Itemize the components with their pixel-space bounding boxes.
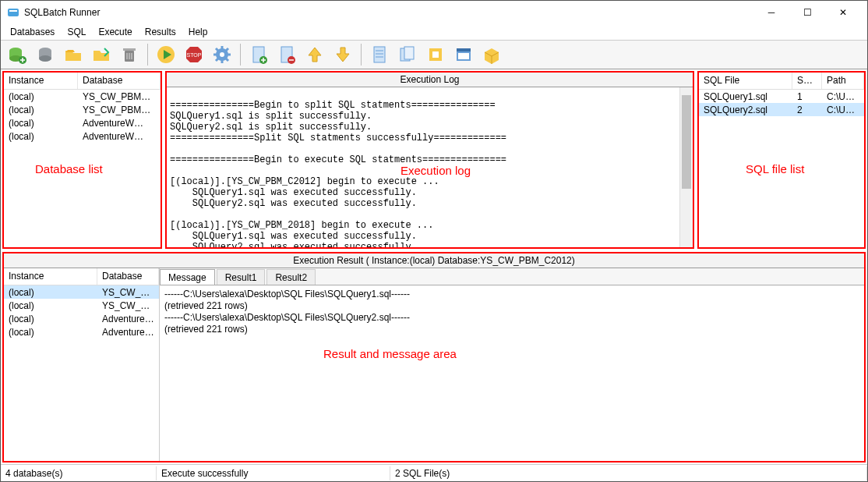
db-col-instance[interactable]: Instance <box>4 73 78 89</box>
db-rows: (local)YS_CW_PBM… (local)YS_CW_PBM… (loc… <box>4 90 161 247</box>
svg-rect-0 <box>8 9 19 16</box>
svg-point-15 <box>220 52 224 57</box>
menu-sql[interactable]: SQL <box>61 25 92 39</box>
svg-point-8 <box>39 55 51 62</box>
svg-rect-20 <box>374 47 385 62</box>
file-col-file[interactable]: SQL File <box>699 73 792 89</box>
app-icon <box>7 6 19 19</box>
db-header: Instance Database <box>4 73 161 90</box>
file-header: SQL File Se… Path <box>699 73 864 90</box>
file-rows: SQLQuery1.sql1C:\U… SQLQuery2.sql2C:\U… <box>699 90 864 247</box>
status-db-count: 4 database(s) <box>1 466 157 480</box>
message-line: ------C:\Users\alexa\Desktop\SQL Files\S… <box>164 312 859 324</box>
result-panel: Execution Result ( Instance:(local) Data… <box>2 252 866 463</box>
db-col-database[interactable]: Database <box>78 73 161 89</box>
svg-rect-1 <box>9 10 17 12</box>
tab-message[interactable]: Message <box>160 269 215 285</box>
message-line: ------C:\Users\alexa\Desktop\SQL Files\S… <box>164 289 859 300</box>
log-body[interactable]: ===============Begin to split SQL statme… <box>167 87 693 247</box>
play-button[interactable] <box>153 41 179 68</box>
result-col-database[interactable]: Database <box>97 268 159 285</box>
svg-rect-25 <box>457 48 471 51</box>
result-tabs: Message Result1 Result2 <box>160 268 864 285</box>
svg-text:STOP: STOP <box>187 52 202 58</box>
window-button[interactable] <box>450 41 477 68</box>
title-bar: SQLBatch Runner ─ ☐ ✕ <box>1 1 867 24</box>
db-add-button[interactable] <box>4 41 30 68</box>
execution-log-panel: Execution Log ===============Begin to sp… <box>165 71 694 249</box>
database-list-panel: Instance Database (local)YS_CW_PBM… (loc… <box>2 71 162 249</box>
menu-execute[interactable]: Execute <box>92 25 138 39</box>
result-db-header: Instance Database <box>4 268 159 285</box>
db-row[interactable]: (local)AdventureW… <box>4 129 161 143</box>
toolbar: STOP <box>1 40 867 69</box>
file-col-path[interactable]: Path <box>822 73 864 89</box>
message-line: (retrieved 221 rows) <box>164 300 859 312</box>
db-button[interactable] <box>32 41 58 68</box>
scrollbar-thumb[interactable] <box>682 95 691 189</box>
result-title: Execution Result ( Instance:(local) Data… <box>4 253 864 268</box>
message-line: (retrieved 221 rows) <box>164 324 859 335</box>
folder-export-button[interactable] <box>88 41 115 68</box>
result-db-row[interactable]: (local)AdventureW… <box>4 325 159 338</box>
sql-file-list-panel: SQL File Se… Path SQLQuery1.sql1C:\U… SQ… <box>697 71 866 249</box>
result-db-row[interactable]: (local)YS_CW_PBM… <box>4 299 159 312</box>
file-row[interactable]: SQLQuery2.sql2C:\U… <box>699 103 864 116</box>
menu-bar: Databases SQL Execute Results Help <box>1 24 867 40</box>
result-main: Message Result1 Result2 ------C:\Users\a… <box>160 268 864 461</box>
pages-button[interactable] <box>394 41 421 68</box>
result-db-row[interactable]: (local)YS_CW_PBM… <box>4 285 159 299</box>
window-controls: ─ ☐ ✕ <box>753 1 861 24</box>
db-row[interactable]: (local)YS_CW_PBM… <box>4 90 161 103</box>
toolbar-separator <box>147 44 148 66</box>
annotation-result-area: Result and message area <box>323 348 457 360</box>
menu-databases[interactable]: Databases <box>4 25 61 39</box>
result-db-rows: (local)YS_CW_PBM… (local)YS_CW_PBM… (loc… <box>4 285 159 461</box>
result-db-list: Instance Database (local)YS_CW_PBM… (loc… <box>4 268 160 461</box>
file-row[interactable]: SQLQuery1.sql1C:\U… <box>699 90 864 103</box>
page-button[interactable] <box>366 41 393 68</box>
doc-remove-button[interactable] <box>273 41 300 68</box>
window-title: SQLBatch Runner <box>24 7 753 18</box>
arrow-down-button[interactable] <box>330 41 356 68</box>
toolbar-separator <box>240 44 241 66</box>
status-file-count: 2 SQL File(s) <box>390 466 867 480</box>
box-button[interactable] <box>478 41 505 68</box>
result-col-instance[interactable]: Instance <box>4 268 97 285</box>
log-scrollbar[interactable] <box>679 87 693 247</box>
result-body: Instance Database (local)YS_CW_PBM… (loc… <box>4 268 864 461</box>
maximize-button[interactable]: ☐ <box>789 1 825 24</box>
svg-rect-22 <box>404 47 414 59</box>
gear-button[interactable] <box>209 41 235 68</box>
svg-rect-10 <box>123 48 136 51</box>
arrow-up-button[interactable] <box>302 41 328 68</box>
message-body[interactable]: ------C:\Users\alexa\Desktop\SQL Files\S… <box>160 285 864 461</box>
db-row[interactable]: (local)YS_CW_PBM… <box>4 103 161 116</box>
svg-rect-26 <box>458 53 469 59</box>
doc-add-button[interactable] <box>245 41 272 68</box>
status-bar: 4 database(s) Execute successfully 2 SQL… <box>1 464 867 481</box>
db-row[interactable]: (local)AdventureW… <box>4 116 161 129</box>
export-button[interactable] <box>422 41 449 68</box>
minimize-button[interactable]: ─ <box>753 1 789 24</box>
stop-button[interactable]: STOP <box>181 41 207 68</box>
result-db-row[interactable]: (local)AdventureW… <box>4 312 159 325</box>
tab-result2[interactable]: Result2 <box>266 269 316 285</box>
file-col-seq[interactable]: Se… <box>792 73 822 89</box>
trash-button[interactable] <box>116 41 143 68</box>
folder-open-button[interactable] <box>60 41 86 68</box>
log-title: Execution Log <box>167 73 693 87</box>
close-button[interactable]: ✕ <box>825 1 861 24</box>
toolbar-separator <box>361 44 362 66</box>
menu-help[interactable]: Help <box>182 25 214 39</box>
middle-area: Instance Database (local)YS_CW_PBM… (loc… <box>1 69 867 250</box>
status-exec: Execute successfully <box>157 466 390 480</box>
menu-results[interactable]: Results <box>139 25 182 39</box>
tab-result1[interactable]: Result1 <box>217 269 266 285</box>
